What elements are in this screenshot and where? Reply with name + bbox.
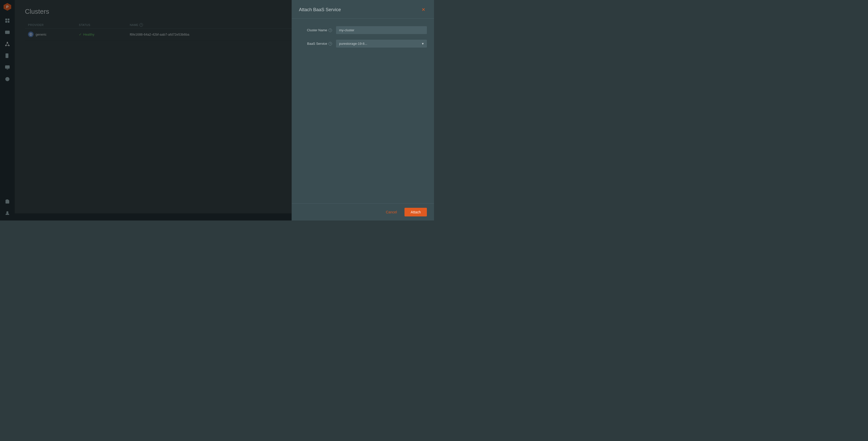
cluster-name-input[interactable] xyxy=(336,26,427,34)
baas-service-help-icon[interactable]: ? xyxy=(329,42,332,45)
baas-service-row: BaaS Service ? purestorage-19-8... ▼ xyxy=(299,40,427,48)
modal-title: Attach BaaS Service xyxy=(299,7,341,12)
baas-service-select-wrapper: purestorage-19-8... ▼ xyxy=(336,40,427,48)
cluster-name-help-icon[interactable]: ? xyxy=(329,29,332,32)
modal-close-button[interactable]: ✕ xyxy=(420,6,427,13)
baas-service-label: BaaS Service ? xyxy=(299,42,332,45)
modal-header: Attach BaaS Service ✕ xyxy=(292,0,434,19)
modal-footer: Cancel Attach xyxy=(292,203,434,220)
cancel-button[interactable]: Cancel xyxy=(382,208,401,216)
baas-service-select[interactable]: purestorage-19-8... xyxy=(336,40,427,48)
attach-button[interactable]: Attach xyxy=(404,208,427,216)
cluster-name-row: Cluster Name ? xyxy=(299,26,427,34)
attach-baas-modal: Attach BaaS Service ✕ Cluster Name ? Baa… xyxy=(291,0,434,220)
cluster-name-label: Cluster Name ? xyxy=(299,28,332,32)
modal-body: Cluster Name ? BaaS Service ? purestorag… xyxy=(292,19,434,203)
